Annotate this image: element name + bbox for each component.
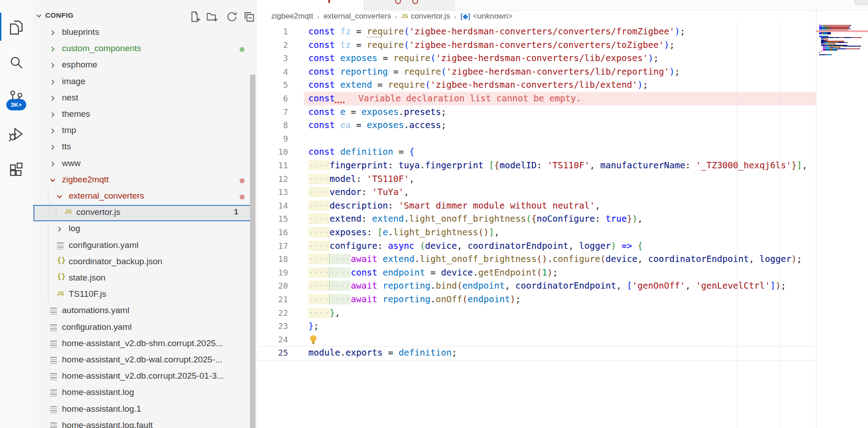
code-text[interactable]: const exposes = require('zigbee-herdsman…	[308, 52, 659, 65]
code-text[interactable]: };	[308, 319, 319, 333]
tree-file-convertor-js[interactable]: JSconvertor.js1	[33, 205, 251, 221]
tree-item-label: tts	[62, 142, 71, 152]
tree-item-label: home-assistant.log	[62, 387, 134, 397]
minimap-token	[844, 37, 851, 38]
tree-file-state-json[interactable]: {}state.json	[33, 271, 257, 287]
code-token	[415, 241, 420, 251]
code-text[interactable]: ····vendor: 'TuYa',	[308, 185, 409, 199]
run-debug-icon[interactable]	[8, 125, 25, 143]
search-icon[interactable]	[8, 54, 25, 71]
tree-folder-log[interactable]: log	[33, 221, 257, 238]
code-text[interactable]: const e = exposes.presets;	[308, 105, 446, 119]
code-token: ,	[494, 227, 500, 238]
code-token: .	[430, 281, 436, 291]
code-text[interactable]: ····configure: async (device, coordinato…	[308, 239, 643, 253]
lightbulb-icon[interactable]	[308, 334, 318, 345]
indent-guide	[48, 189, 48, 304]
tree-folder-tmp[interactable]: tmp	[33, 123, 257, 139]
json-file-icon: {}	[57, 272, 66, 281]
tree-folder-image[interactable]: image	[33, 74, 257, 90]
code-text[interactable]: ········await extend.light_onoff_brightn…	[308, 252, 802, 266]
tree-item-label: coordinator_backup.json	[69, 257, 162, 266]
breadcrumb-item[interactable]: external_converters	[324, 12, 391, 21]
tree-file-configuration-yaml[interactable]: configuration.yaml	[33, 320, 257, 336]
code-token: exposes	[361, 107, 398, 117]
code-token: ,	[409, 174, 415, 184]
code-text[interactable]: constVariable declaration list cannot be…	[308, 92, 581, 105]
code-token: (	[526, 214, 531, 224]
chevron-right-icon	[49, 62, 57, 71]
code-text[interactable]: ····extend: extend.light_onoff_brightnes…	[308, 212, 643, 226]
tree-folder-blueprints[interactable]: blueprints	[33, 25, 257, 41]
tree-folder-external-converters[interactable]: external_converters	[33, 189, 257, 205]
code-token: {	[494, 160, 500, 171]
tab-active[interactable]	[257, 0, 364, 10]
sidebar-scrollbar[interactable]	[250, 75, 255, 428]
code-token: light_onoff_brightness	[420, 254, 537, 264]
tree-file-home-assistant-v2-db-shm-corrupt-2025-[interactable]: home-assistant_v2.db-shm.corrupt.2025...	[33, 336, 257, 352]
breadcrumb-item[interactable]: <unknown>	[473, 12, 513, 21]
code-text[interactable]: const extend = require('zigbee-herdsman-…	[308, 78, 648, 92]
code-text[interactable]: ····},	[308, 306, 340, 320]
breadcrumb-item[interactable]: zigbee2mqtt	[271, 12, 313, 21]
indent-whitespace: ····	[308, 241, 330, 251]
code-text[interactable]: module.exports = definition;	[308, 346, 457, 360]
tree-file-home-assistant-v2-db-corrupt-2025-01-3-[interactable]: home-assistant_v2.db.corrupt.2025-01-3..…	[33, 369, 257, 385]
tree-folder-custom-components[interactable]: custom_components	[33, 41, 257, 57]
tab-inactive[interactable]	[364, 0, 455, 10]
code-line-10: 10const definition = {	[257, 145, 868, 159]
code-text[interactable]: const definition = {	[308, 145, 415, 159]
code-token: module	[308, 347, 340, 358]
chevron-down-icon	[49, 176, 57, 186]
explorer-icon[interactable]	[8, 19, 25, 36]
tree-file-home-assistant-log-1[interactable]: home-assistant.log.1	[33, 402, 257, 418]
code-token: extend	[372, 214, 404, 224]
code-text[interactable]: const reporting = require('zigbee-herdsm…	[308, 65, 680, 79]
tree-folder-www[interactable]: www	[33, 156, 257, 172]
code-text[interactable]: ········await reporting.onOff(endpoint);	[308, 293, 521, 306]
tree-file-coordinator-backup-json[interactable]: {}coordinator_backup.json	[33, 254, 257, 271]
minimap-token	[850, 26, 850, 27]
tree-file-automations-yaml[interactable]: automations.yaml	[33, 303, 257, 319]
code-text[interactable]: ········await reporting.bind(endpoint, c…	[308, 279, 786, 293]
tree-file-configuration-yaml[interactable]: configuration.yaml	[33, 238, 257, 254]
line-number: 3	[257, 52, 288, 65]
extensions-icon[interactable]	[8, 161, 25, 178]
code-line-20: 20········await reporting.bind(endpoint,…	[257, 279, 868, 293]
tab-label-fragment	[328, 0, 330, 3]
tree-folder-themes[interactable]: themes	[33, 107, 257, 123]
code-text[interactable]: ········const endpoint = device.getEndpo…	[308, 266, 558, 280]
code-token: const	[308, 120, 335, 130]
code-token: ;	[680, 26, 685, 37]
tree-file-home-assistant-log[interactable]: home-assistant.log	[33, 385, 257, 401]
tree-file-home-assistant-v2-db-wal-corrupt-2025-[interactable]: home-assistant_v2.db-wal.corrupt.2025-..…	[33, 352, 257, 369]
line-number: 4	[257, 65, 288, 79]
code-text[interactable]: const ea = exposes.access;	[308, 119, 446, 132]
code-token: require	[393, 53, 430, 63]
code-token: (	[441, 67, 447, 77]
tree-folder-esphome[interactable]: esphome	[33, 57, 257, 74]
minimap-token	[839, 42, 844, 43]
code-token: ]	[489, 227, 494, 238]
tree-file-ts110f-js[interactable]: JSTS110F.js	[33, 287, 257, 303]
code-text[interactable]: const fz = require('zigbee-herdsman-conv…	[308, 25, 685, 38]
tree-folder-tts[interactable]: tts	[33, 139, 257, 156]
minimap-token	[851, 25, 851, 26]
code-text[interactable]: ····fingerprint: tuya.fingerprint [{mode…	[308, 159, 807, 172]
chevron-right-icon	[49, 143, 57, 153]
tree-file-home-assistant-log-fault[interactable]: home-assistant.log.fault	[33, 418, 257, 428]
code-text[interactable]: const tz = require('zigbee-herdsman-conv…	[308, 38, 675, 52]
tree-folder-nest[interactable]: nest	[33, 90, 257, 107]
code-text[interactable]: ····model: 'TS110F',	[308, 172, 415, 186]
code-token: endpoint	[382, 267, 425, 278]
code-token: :	[595, 214, 605, 224]
code-token: .	[547, 254, 552, 264]
code-text[interactable]: ····exposes: [e.light_brightness()],	[308, 226, 500, 239]
chevron-right-icon	[49, 95, 57, 105]
code-text[interactable]: ····description: 'Smart dimmer module wi…	[308, 199, 600, 213]
tree-folder-zigbee2mqtt[interactable]: zigbee2mqtt	[33, 172, 257, 189]
tree-item-label: blueprints	[62, 27, 99, 37]
code-token: tz	[340, 40, 350, 50]
code-token: :	[361, 214, 372, 224]
breadcrumb-item[interactable]: convertor.js	[411, 12, 450, 21]
